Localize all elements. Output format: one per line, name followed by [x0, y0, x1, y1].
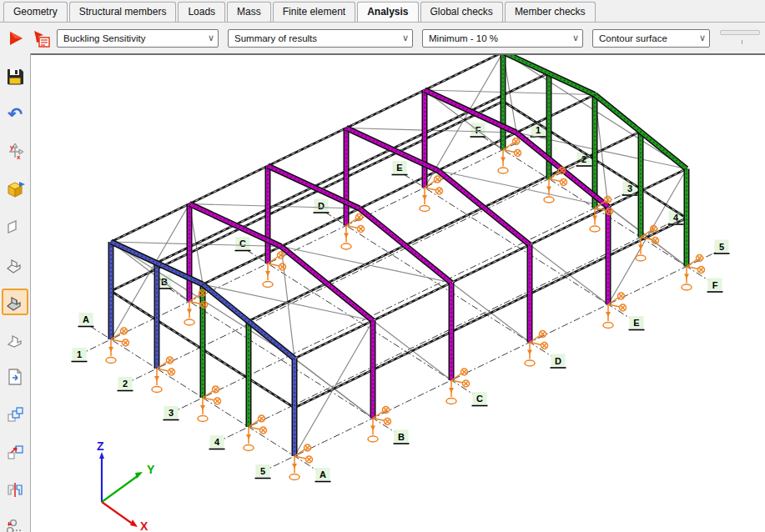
export-page-button[interactable] [2, 364, 28, 390]
grid-line [124, 162, 585, 384]
frame-member-texture [281, 247, 373, 321]
grid-label-letter-north: C [235, 237, 251, 251]
scia-analysis-window: { "tabs": [ {"label":"Geometry","active"… [0, 0, 765, 532]
play-icon [8, 30, 24, 47]
export-page-icon [6, 368, 24, 386]
grid-label-letter-south: D [551, 354, 566, 369]
display-mode-value: Contour surface [599, 33, 696, 43]
view-hidden-icon [6, 255, 24, 274]
view-shaded-icon [6, 330, 24, 349]
grid-label-letter-north: D [314, 199, 330, 213]
axis-x-label: X [140, 519, 148, 532]
svg-text:3: 3 [627, 183, 632, 193]
grid-label-letter-south: C [472, 392, 488, 406]
svg-text:C: C [239, 238, 246, 248]
svg-text:D: D [318, 201, 325, 211]
grid-label-letter-south: A [315, 468, 331, 482]
svg-text:B: B [161, 277, 168, 287]
iso-view-button[interactable] [2, 176, 28, 203]
view-wire-button[interactable] [2, 213, 28, 240]
copy-multi-icon [6, 405, 24, 424]
grid-label-letter-south: B [394, 430, 410, 444]
move-entity-icon [6, 443, 24, 461]
svg-text:D: D [555, 356, 561, 366]
tab-mass[interactable]: Mass [227, 2, 271, 22]
result-view-dropdown[interactable]: Summary of results∨ [228, 29, 413, 48]
grid-label-number-west: 4 [209, 435, 225, 449]
svg-text:4: 4 [214, 437, 220, 447]
run-report-button[interactable] [31, 28, 53, 49]
copy-multi-button[interactable] [2, 401, 28, 428]
tab-finite-element[interactable]: Finite element [273, 2, 355, 22]
svg-text:E: E [396, 163, 402, 173]
grid-label-number-west: 1 [72, 348, 88, 362]
view-wire-icon [6, 218, 24, 236]
ucs-axes-button[interactable]: yx [2, 138, 28, 165]
svg-text:x: x [17, 153, 21, 161]
svg-text:E: E [633, 318, 639, 328]
ribbon-tab-bar: GeometryStructural membersLoadsMassFinit… [0, 0, 765, 23]
grid-label-letter-north: E [392, 161, 408, 175]
result-filter-value: Minimum - 10 % [429, 33, 569, 43]
chevron-down-icon: ∨ [572, 33, 579, 43]
structure-3d-scene: ABCDEF1234512345ABCDEFZYX [31, 55, 765, 532]
mirror-icon [6, 480, 24, 499]
undo-icon: ↶ [8, 106, 23, 123]
grid-label-number-east: 5 [714, 240, 730, 254]
tab-structural-members[interactable]: Structural members [69, 2, 177, 22]
grid-label-letter-south: F [707, 279, 723, 293]
model-viewport[interactable]: ABCDEF1234512345ABCDEFZYX [31, 53, 765, 532]
display-mode-dropdown[interactable]: Contour surface∨ [592, 29, 710, 48]
analysis-toolbar: Buckling Sensitivity∨Summary of results∨… [0, 23, 765, 53]
tab-global-checks[interactable]: Global checks [420, 2, 503, 22]
undo-button[interactable]: ↶ [2, 101, 28, 128]
result-type-value: Buckling Sensitivity [63, 33, 204, 43]
save-icon [6, 68, 24, 86]
svg-text:C: C [476, 394, 483, 404]
result-view-value: Summary of results [234, 33, 399, 43]
view-toolbar: ↶yxaa [0, 53, 31, 532]
chevron-down-icon: ∨ [402, 33, 409, 43]
view-shaded-button[interactable] [2, 326, 28, 353]
svg-text:1: 1 [77, 349, 82, 359]
grid-label-number-west: 2 [118, 377, 133, 391]
result-filter-dropdown[interactable]: Minimum - 10 %∨ [422, 29, 583, 48]
result-scale-slider[interactable] [720, 30, 760, 35]
svg-text:y: y [10, 143, 14, 151]
chevron-down-icon: ∨ [208, 33, 214, 43]
svg-text:B: B [398, 432, 405, 442]
svg-text:3: 3 [169, 408, 174, 418]
iso-view-icon [5, 179, 25, 199]
connect-nodes-icon [6, 518, 24, 532]
result-type-dropdown[interactable]: Buckling Sensitivity∨ [57, 29, 219, 48]
svg-text:5: 5 [260, 466, 265, 476]
grid-label-number-west: 3 [164, 406, 179, 420]
svg-text:1: 1 [536, 125, 541, 135]
svg-text:2: 2 [123, 379, 128, 389]
grid-line [90, 326, 323, 474]
tab-loads[interactable]: Loads [178, 2, 225, 22]
svg-text:A: A [83, 314, 89, 324]
view-solid-button[interactable] [2, 289, 28, 315]
view-solid-icon [6, 293, 24, 311]
ucs-triad: ZYX [97, 439, 155, 532]
frame-member-texture [360, 208, 451, 283]
slider-tick [742, 40, 742, 44]
ucs-axes-icon: yx [6, 143, 24, 161]
axis-z-label: Z [97, 439, 104, 453]
svg-text:5: 5 [719, 242, 724, 252]
frame-member-texture [438, 171, 530, 245]
run-analysis-button[interactable] [5, 28, 27, 49]
mirror-button[interactable] [2, 476, 28, 503]
grid-label-letter-south: E [629, 316, 645, 330]
move-entity-button[interactable] [2, 439, 28, 465]
svg-text:F: F [712, 280, 718, 290]
connect-nodes-button[interactable] [2, 514, 28, 532]
tab-analysis[interactable]: Analysis [357, 2, 418, 22]
view-hidden-button[interactable] [2, 251, 28, 278]
report-arrow-icon [33, 29, 51, 48]
tab-geometry[interactable]: Geometry [3, 2, 68, 22]
chevron-down-icon: ∨ [699, 33, 706, 43]
tab-member-checks[interactable]: Member checks [505, 2, 596, 22]
save-button[interactable] [2, 63, 28, 90]
